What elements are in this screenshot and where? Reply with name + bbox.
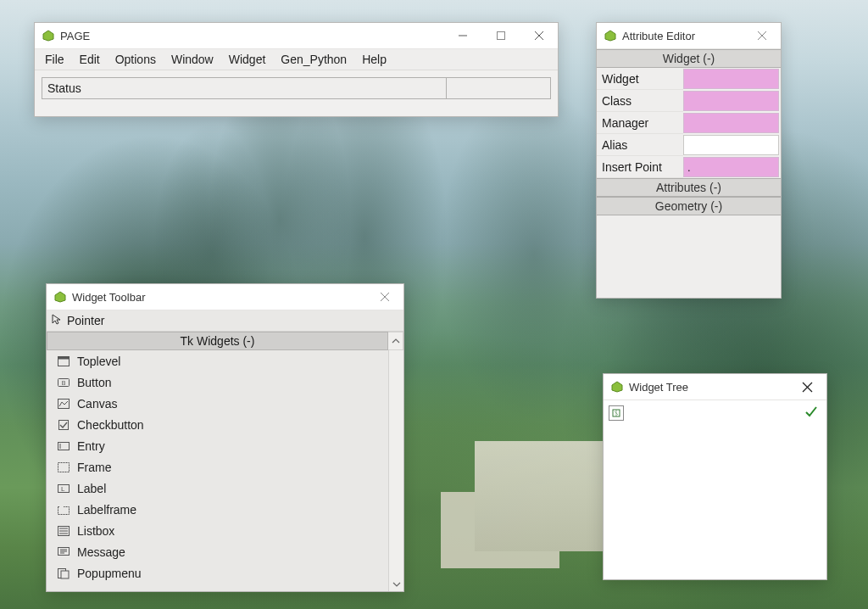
widget-tree-title: Widget Tree (629, 381, 688, 394)
popupmenu-icon (57, 567, 70, 580)
widget-tree-body[interactable] (604, 400, 826, 579)
widget-item-listbox[interactable]: Listbox (47, 520, 388, 541)
attr-label: Alias (597, 134, 683, 156)
widget-item-button[interactable]: B Button (47, 372, 388, 393)
attr-value-widget[interactable] (683, 69, 779, 89)
widget-item-label[interactable]: L Label (47, 478, 388, 499)
status-area: Status (42, 77, 551, 99)
scroll-up-button[interactable] (388, 332, 403, 350)
svg-rect-17 (58, 442, 70, 450)
widget-item-frame[interactable]: Frame (47, 456, 388, 478)
main-titlebar[interactable]: PAGE (35, 23, 558, 49)
attr-row-widget: Widget (597, 68, 781, 90)
main-menubar: File Edit Options Window Widget Gen_Pyth… (35, 49, 558, 70)
widget-toolbar-window: Widget Toolbar Pointer Tk Widgets (-) To… (46, 283, 404, 592)
menu-gen-python[interactable]: Gen_Python (274, 51, 353, 68)
svg-marker-0 (43, 31, 53, 41)
svg-marker-34 (612, 382, 622, 392)
attr-row-insert-point: Insert Point . (597, 156, 781, 178)
widget-item-label: Popupmenu (77, 567, 142, 580)
labelframe-icon (57, 503, 70, 517)
svg-rect-12 (58, 356, 70, 359)
status-field-right (446, 77, 551, 99)
minimize-button[interactable] (443, 23, 481, 48)
attribute-editor-titlebar[interactable]: Attribute Editor (597, 23, 781, 49)
pointer-tool[interactable]: Pointer (47, 310, 403, 332)
close-button[interactable] (520, 23, 558, 48)
scroll-down-button[interactable] (389, 577, 403, 591)
canvas-icon (57, 397, 70, 411)
widget-item-entry[interactable]: Entry (47, 435, 388, 456)
widget-list-scrollbar[interactable] (388, 350, 403, 591)
attr-row-manager: Manager (597, 112, 781, 134)
widget-item-label: Labelframe (77, 503, 136, 517)
attribute-editor-window: Attribute Editor Widget (-) Widget Class… (596, 22, 782, 299)
widget-item-popupmenu[interactable]: Popupmenu (47, 562, 388, 584)
frame-icon (57, 461, 70, 474)
maximize-button[interactable] (481, 23, 520, 48)
attr-row-class: Class (597, 90, 781, 112)
widget-tree-titlebar[interactable]: Widget Tree (604, 374, 826, 400)
app-icon (53, 290, 67, 304)
widget-item-label: Label (77, 482, 106, 495)
tk-widgets-group-header[interactable]: Tk Widgets (-) (47, 332, 388, 350)
scrollbar-track[interactable] (389, 350, 403, 577)
widget-item-labelframe[interactable]: Labelframe (47, 499, 388, 520)
check-icon (804, 405, 818, 421)
close-button[interactable] (365, 284, 403, 310)
widget-item-label: Entry (77, 439, 105, 453)
widget-item-label: Checkbutton (77, 418, 144, 432)
svg-text:B: B (62, 380, 66, 386)
widget-item-label: Listbox (77, 524, 114, 538)
main-window: PAGE File Edit Options Window Widget Gen… (34, 22, 559, 117)
attr-label: Widget (597, 68, 683, 90)
widget-item-toplevel[interactable]: Toplevel (47, 350, 388, 372)
svg-text:L: L (61, 485, 65, 493)
tree-root-icon[interactable] (609, 405, 624, 421)
widget-toolbar-title: Widget Toolbar (72, 291, 145, 304)
listbox-icon (57, 524, 70, 538)
menu-options[interactable]: Options (108, 51, 163, 68)
attr-value-class[interactable] (683, 91, 779, 111)
menu-window[interactable]: Window (164, 51, 220, 68)
message-icon (57, 545, 70, 559)
menu-widget[interactable]: Widget (222, 51, 273, 68)
attr-value-alias[interactable] (683, 135, 779, 155)
app-icon (604, 29, 617, 42)
close-button[interactable] (743, 23, 781, 48)
app-icon (42, 29, 55, 42)
attr-label: Manager (597, 112, 683, 134)
widget-item-label: Button (77, 376, 111, 389)
svg-rect-23 (59, 505, 64, 508)
entry-icon (57, 439, 70, 453)
widget-item-message[interactable]: Message (47, 541, 388, 562)
status-field: Status (42, 77, 446, 99)
section-geometry-header[interactable]: Geometry (-) (597, 197, 781, 215)
attr-label: Insert Point (597, 156, 683, 178)
widget-item-canvas[interactable]: Canvas (47, 393, 388, 414)
svg-marker-5 (605, 31, 615, 41)
main-title: PAGE (60, 30, 90, 42)
attr-label: Class (597, 90, 683, 112)
svg-marker-8 (55, 292, 65, 302)
menu-help[interactable]: Help (355, 51, 393, 68)
menu-edit[interactable]: Edit (73, 51, 107, 68)
widget-item-checkbutton[interactable]: Checkbutton (47, 414, 388, 435)
menu-file[interactable]: File (38, 51, 71, 68)
svg-rect-19 (58, 462, 70, 472)
toplevel-icon (57, 355, 70, 368)
section-attributes-header[interactable]: Attributes (-) (597, 178, 781, 197)
attr-value-insert-point[interactable]: . (683, 157, 779, 177)
widget-list: Toplevel B Button Canvas Checkbutton Ent… (47, 350, 403, 591)
widget-toolbar-titlebar[interactable]: Widget Toolbar (47, 284, 403, 310)
attribute-editor-title: Attribute Editor (622, 30, 695, 42)
widget-item-label: Toplevel (77, 355, 120, 368)
close-button[interactable] (788, 374, 826, 399)
attr-value-manager[interactable] (683, 113, 779, 133)
widget-item-label: Message (77, 545, 125, 559)
pointer-icon (52, 314, 62, 328)
section-widget-header[interactable]: Widget (-) (597, 49, 781, 68)
svg-rect-33 (61, 571, 69, 578)
pointer-label: Pointer (67, 314, 104, 327)
attr-row-alias: Alias (597, 134, 781, 156)
